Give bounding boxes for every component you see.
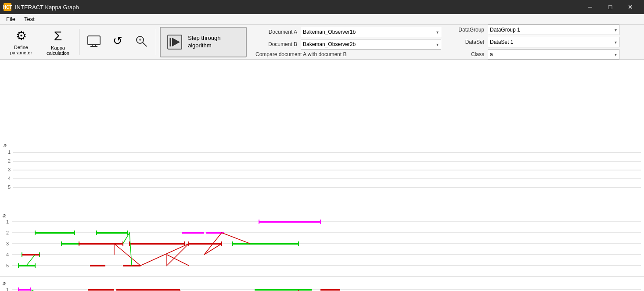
svg-text:1: 1 bbox=[6, 287, 9, 291]
step-through-algorithm-button[interactable]: Step through algorithm bbox=[160, 27, 247, 57]
svg-text:3: 3 bbox=[8, 167, 11, 172]
dataset-label: DataSet bbox=[453, 39, 484, 45]
datagroup-select[interactable]: DataGroup 1 bbox=[488, 25, 619, 35]
sigma-icon: Σ bbox=[54, 28, 62, 43]
class-label: Class bbox=[453, 51, 484, 57]
svg-text:2: 2 bbox=[8, 158, 11, 163]
svg-text:a: a bbox=[4, 142, 7, 149]
screen-icon bbox=[87, 35, 101, 47]
toolbar-separator-2 bbox=[156, 29, 156, 55]
zoom-icon bbox=[135, 35, 148, 47]
svg-text:5: 5 bbox=[6, 263, 9, 268]
document-a-label: Document A bbox=[255, 29, 297, 35]
screen-button[interactable] bbox=[83, 27, 105, 57]
svg-text:4: 4 bbox=[8, 176, 11, 181]
svg-text:a: a bbox=[3, 280, 6, 287]
play-icon bbox=[166, 33, 183, 51]
svg-text:1: 1 bbox=[6, 219, 9, 224]
svg-text:2: 2 bbox=[6, 230, 9, 235]
maximize-button[interactable]: □ bbox=[600, 0, 620, 14]
gear-icon: ⚙ bbox=[16, 28, 27, 43]
document-controls: Document A Bakeman_Observer1b Bakeman_Ob… bbox=[255, 27, 441, 57]
kappa-label: Kappacalculation bbox=[47, 45, 69, 56]
right-controls: DataGroup DataGroup 1 DataSet DataSet 1 … bbox=[453, 25, 619, 60]
close-button[interactable]: ✕ bbox=[620, 0, 640, 14]
define-parameter-label: Defineparameter bbox=[10, 45, 32, 55]
minimize-button[interactable]: ─ bbox=[580, 0, 600, 14]
kappa-chart[interactable]: a a 1 2 3 4 5 1 2 3 4 5 bbox=[0, 60, 644, 209]
kappa-calculation-button[interactable]: Σ Kappacalculation bbox=[40, 27, 76, 57]
menu-file[interactable]: File bbox=[2, 15, 20, 23]
document-a-select[interactable]: Bakeman_Observer1b Bakeman_Observer2b bbox=[301, 27, 441, 37]
zoom-button[interactable] bbox=[130, 27, 152, 57]
chart-visualization[interactable]: a 1 2 3 4 5 bbox=[0, 209, 644, 291]
kappa-graph-svg: a 1 2 3 4 5 bbox=[0, 209, 644, 291]
datagroup-label: DataGroup bbox=[453, 27, 484, 33]
chart-area: a a 1 2 3 4 5 1 2 3 4 5 bbox=[0, 60, 644, 209]
refresh-button[interactable]: ↺ bbox=[107, 27, 129, 57]
svg-line-5 bbox=[143, 43, 147, 46]
svg-text:4: 4 bbox=[6, 252, 9, 257]
toolbar-separator-1 bbox=[79, 29, 79, 55]
dataset-select[interactable]: DataSet 1 bbox=[488, 37, 619, 47]
document-b-select[interactable]: Bakeman_Observer1b Bakeman_Observer2b bbox=[301, 39, 441, 50]
menu-bar: File Test bbox=[0, 14, 644, 25]
class-select[interactable]: a b c bbox=[488, 49, 619, 60]
compare-label: Compare document A with document B bbox=[255, 51, 346, 57]
svg-text:3: 3 bbox=[6, 241, 9, 246]
svg-text:1: 1 bbox=[8, 149, 11, 155]
step-through-label: Step through algorithm bbox=[188, 35, 241, 50]
menu-test[interactable]: Test bbox=[20, 15, 39, 23]
refresh-icon: ↺ bbox=[113, 34, 122, 48]
app-icon: HCT bbox=[4, 3, 11, 11]
title-bar: HCT INTERACT Kappa Graph ─ □ ✕ bbox=[0, 0, 644, 14]
svg-rect-0 bbox=[88, 36, 100, 45]
toolbar: ⚙ Defineparameter Σ Kappacalculation ↺ bbox=[0, 25, 644, 60]
define-parameter-button[interactable]: ⚙ Defineparameter bbox=[4, 27, 39, 57]
document-b-label: Document B bbox=[255, 41, 297, 47]
svg-text:5: 5 bbox=[8, 185, 11, 190]
window-title: INTERACT Kappa Graph bbox=[15, 4, 79, 11]
svg-text:a: a bbox=[3, 212, 6, 219]
